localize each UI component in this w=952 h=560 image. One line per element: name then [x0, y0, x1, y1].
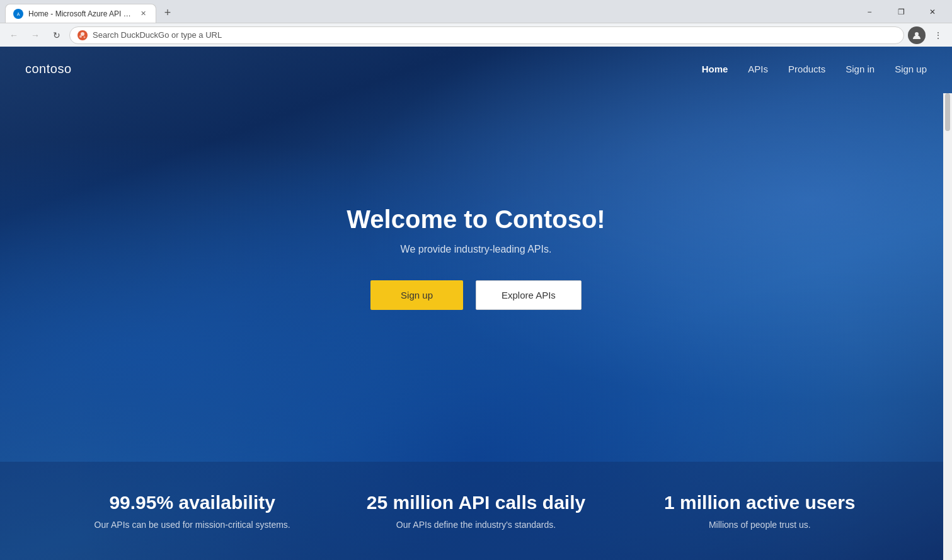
address-favicon	[77, 30, 88, 40]
hero-buttons: Sign up Explore APIs	[370, 280, 582, 310]
hero-subtitle: We provide industry-leading APIs.	[401, 244, 552, 255]
nav-apis[interactable]: APIs	[748, 64, 768, 74]
stat-api-calls: 25 million API calls daily Our APIs defi…	[334, 492, 617, 530]
stat-availability-desc: Our APIs can be used for mission-critica…	[50, 520, 334, 530]
toolbar: ← → ↻ Search DuckDuckGo or type a URL ⋮	[0, 23, 952, 47]
stat-availability: 99.95% availability Our APIs can be used…	[50, 492, 334, 530]
stat-api-calls-desc: Our APIs define the industry's standards…	[334, 520, 617, 530]
browser-menu-button[interactable]: ⋮	[929, 26, 947, 44]
stat-api-calls-value: 25 million API calls daily	[334, 492, 617, 513]
stat-active-users: 1 million active users Millions of peopl…	[618, 492, 902, 530]
scrollbar-thumb[interactable]	[945, 93, 950, 131]
tab-close-button[interactable]: ✕	[138, 9, 148, 19]
active-tab[interactable]: A Home - Microsoft Azure API Mar... ✕	[5, 4, 156, 23]
scrollbar-track[interactable]	[943, 93, 952, 560]
svg-point-2	[81, 32, 84, 36]
hero-title: Welcome to Contoso!	[347, 205, 605, 234]
hero-content: Welcome to Contoso! We provide industry-…	[0, 54, 952, 462]
restore-button[interactable]: ❐	[886, 4, 915, 20]
refresh-button[interactable]: ↻	[48, 26, 66, 44]
forward-button[interactable]: →	[26, 26, 44, 44]
minimize-button[interactable]: −	[855, 4, 884, 20]
tab-favicon: A	[13, 9, 23, 19]
tab-bar: A Home - Microsoft Azure API Mar... ✕ + …	[0, 0, 952, 23]
address-text: Search DuckDuckGo or type a URL	[93, 30, 896, 40]
stat-active-users-value: 1 million active users	[618, 492, 902, 513]
stats-section: 99.95% availability Our APIs can be used…	[0, 462, 952, 560]
address-bar[interactable]: Search DuckDuckGo or type a URL	[69, 26, 904, 44]
svg-point-3	[79, 35, 82, 38]
nav-signin[interactable]: Sign in	[846, 64, 875, 74]
new-tab-button[interactable]: +	[159, 4, 176, 21]
svg-point-4	[84, 36, 86, 38]
tab-title: Home - Microsoft Azure API Mar...	[28, 9, 133, 18]
site-nav-links: Home APIs Products Sign in Sign up	[702, 64, 927, 74]
stat-availability-value: 99.95% availability	[50, 492, 334, 513]
nav-products[interactable]: Products	[788, 64, 825, 74]
site-logo: contoso	[25, 62, 72, 76]
profile-button[interactable]	[908, 26, 926, 44]
website-content: contoso Home APIs Products Sign in Sign …	[0, 47, 952, 560]
signup-button[interactable]: Sign up	[370, 280, 463, 310]
svg-text:A: A	[17, 12, 20, 16]
close-button[interactable]: ✕	[918, 4, 947, 20]
explore-apis-button[interactable]: Explore APIs	[476, 280, 582, 310]
back-button[interactable]: ←	[5, 26, 23, 44]
nav-signup[interactable]: Sign up	[895, 64, 927, 74]
hero-section: contoso Home APIs Products Sign in Sign …	[0, 47, 952, 560]
window-controls: − ❐ ✕	[855, 4, 947, 20]
site-nav: contoso Home APIs Products Sign in Sign …	[0, 47, 952, 91]
nav-home[interactable]: Home	[702, 64, 728, 74]
stat-active-users-desc: Millions of people trust us.	[618, 520, 902, 530]
